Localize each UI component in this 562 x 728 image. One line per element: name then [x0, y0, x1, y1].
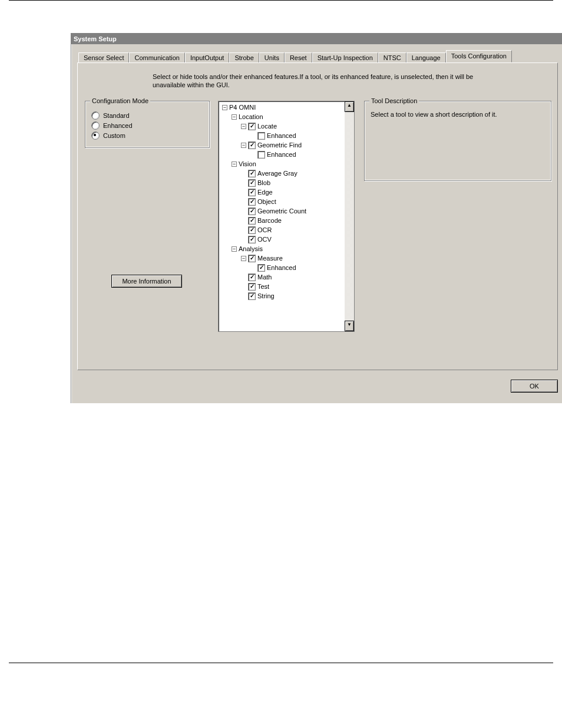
tree-barcode-label: Barcode — [257, 217, 282, 224]
dialog-button-bar: OK — [77, 370, 558, 398]
tab-communication[interactable]: Communication — [129, 52, 184, 63]
tabstrip: Sensor Select Communication InputOutput … — [78, 50, 558, 62]
tree-locate-enhanced[interactable]: Enhanced — [250, 131, 343, 140]
tree-geometric-find-label: Geometric Find — [257, 141, 302, 149]
tree-average-gray[interactable]: ✓Average Gray — [241, 169, 343, 178]
tree-object[interactable]: ✓Object — [241, 197, 343, 206]
radio-enhanced-indicator — [91, 121, 100, 130]
tree-locate[interactable]: − ✓ Locate — [241, 121, 343, 140]
configuration-mode-legend: Configuration Mode — [90, 97, 150, 104]
tree-measure-label: Measure — [257, 255, 283, 262]
radio-custom-label: Custom — [103, 132, 125, 139]
radio-standard[interactable]: Standard — [91, 111, 203, 120]
expand-icon[interactable]: − — [232, 162, 237, 167]
checkbox-icon[interactable]: ✓ — [248, 283, 256, 291]
checkbox-icon[interactable]: ✓ — [248, 141, 256, 149]
tab-units[interactable]: Units — [259, 52, 285, 63]
tree-analysis[interactable]: − Analysis − ✓ — [232, 244, 343, 301]
checkbox-icon[interactable]: ✓ — [248, 179, 256, 187]
checkbox-icon[interactable]: ✓ — [248, 198, 256, 206]
tree-analysis-label: Analysis — [239, 245, 263, 252]
checkbox-icon[interactable]: ✓ — [248, 226, 256, 234]
expand-icon[interactable]: − — [241, 143, 246, 148]
tree-root[interactable]: − P4 OMNI − Location — [222, 103, 343, 301]
tool-description-legend: Tool Description — [369, 97, 419, 104]
tab-reset[interactable]: Reset — [285, 52, 312, 63]
tree-location[interactable]: − Location − ✓ — [232, 112, 343, 159]
client-area: Sensor Select Communication InputOutput … — [71, 44, 562, 403]
more-information-button[interactable]: More Information — [111, 275, 182, 288]
checkbox-icon[interactable]: ✓ — [248, 292, 256, 300]
tab-language[interactable]: Language — [406, 52, 446, 63]
checkbox-icon[interactable]: ✓ — [248, 123, 256, 130]
tree-ocr[interactable]: ✓OCR — [241, 225, 343, 235]
tree-root-label: P4 OMNI — [229, 104, 256, 111]
configuration-mode-group: Configuration Mode Standard Enhanced Cus… — [85, 101, 210, 148]
page-bottom-rule — [9, 663, 553, 663]
tree-barcode[interactable]: ✓Barcode — [241, 216, 343, 225]
tree-ocv[interactable]: ✓OCV — [241, 235, 343, 244]
scroll-up-button[interactable]: ▲ — [345, 101, 354, 112]
checkbox-icon[interactable]: ✓ — [248, 207, 256, 215]
tree-geometric-count-label: Geometric Count — [257, 207, 306, 215]
checkbox-icon[interactable]: ✓ — [248, 236, 256, 243]
window-title: System Setup — [71, 34, 562, 44]
tab-tools-configuration[interactable]: Tools Configuration — [446, 50, 512, 62]
tab-inputoutput[interactable]: InputOutput — [185, 52, 230, 63]
left-column: Configuration Mode Standard Enhanced Cus… — [85, 101, 209, 288]
expand-icon[interactable]: − — [232, 246, 237, 252]
radio-custom[interactable]: Custom — [91, 131, 203, 140]
tree-vision[interactable]: − Vision ✓Average Gray ✓Blob ✓Edge ✓Obje… — [232, 159, 343, 244]
checkbox-icon[interactable]: ✓ — [248, 274, 256, 281]
scroll-track[interactable] — [345, 112, 354, 321]
scroll-down-button[interactable]: ▼ — [345, 321, 354, 331]
checkbox-icon[interactable] — [257, 151, 265, 159]
tree-vision-label: Vision — [239, 160, 256, 167]
tree-average-gray-label: Average Gray — [257, 170, 297, 177]
expand-icon[interactable]: − — [241, 256, 246, 261]
tree-geometric-find-enhanced-label: Enhanced — [267, 151, 296, 158]
radio-enhanced[interactable]: Enhanced — [91, 121, 203, 130]
tree-viewport: − P4 OMNI − Location — [219, 101, 345, 331]
tree-measure-enhanced-label: Enhanced — [267, 264, 296, 271]
checkbox-icon[interactable]: ✓ — [248, 255, 256, 262]
tree-location-label: Location — [239, 113, 263, 120]
radio-enhanced-label: Enhanced — [103, 122, 133, 129]
tree-test-label: Test — [257, 283, 269, 290]
tree-measure[interactable]: − ✓ Measure ✓Enhanced — [241, 253, 343, 272]
tree-edge[interactable]: ✓Edge — [241, 187, 343, 197]
checkbox-icon[interactable]: ✓ — [248, 189, 256, 196]
tree-scrollbar[interactable]: ▲ ▼ — [345, 101, 354, 331]
expand-icon[interactable]: − — [232, 114, 237, 120]
checkbox-icon[interactable]: ✓ — [257, 264, 265, 272]
tree-math[interactable]: ✓Math — [241, 272, 343, 282]
tool-description-group: Tool Description Select a tool to view a… — [364, 101, 551, 181]
expand-icon[interactable]: − — [222, 105, 227, 110]
checkbox-icon[interactable] — [257, 132, 265, 140]
tab-sensor-select[interactable]: Sensor Select — [78, 52, 129, 63]
tab-strobe[interactable]: Strobe — [229, 52, 259, 63]
ok-button[interactable]: OK — [511, 380, 558, 393]
radio-standard-label: Standard — [103, 112, 130, 119]
checkbox-icon[interactable]: ✓ — [248, 170, 256, 177]
tree-object-label: Object — [257, 198, 276, 205]
instructions-text: Select or hide tools and/or their enhanc… — [153, 73, 482, 89]
expand-icon[interactable]: − — [241, 124, 246, 129]
radio-custom-indicator — [91, 131, 100, 140]
tab-ntsc[interactable]: NTSC — [378, 52, 406, 63]
checkbox-icon[interactable]: ✓ — [248, 217, 256, 225]
tree-geometric-count[interactable]: ✓Geometric Count — [241, 206, 343, 216]
tree-test[interactable]: ✓Test — [241, 282, 343, 291]
tree-blob-label: Blob — [257, 179, 270, 186]
tree-geometric-find-enhanced[interactable]: Enhanced — [250, 150, 343, 159]
radio-standard-indicator — [91, 111, 100, 120]
tree-measure-enhanced[interactable]: ✓Enhanced — [250, 263, 343, 272]
tab-startup-inspection[interactable]: Start-Up Inspection — [312, 52, 378, 63]
system-setup-window: System Setup Sensor Select Communication… — [71, 33, 562, 403]
tree-ocv-label: OCV — [257, 236, 272, 243]
tree-locate-enhanced-label: Enhanced — [267, 132, 296, 139]
tree-string[interactable]: ✓String — [241, 291, 343, 301]
tree-blob[interactable]: ✓Blob — [241, 178, 343, 187]
tree-string-label: String — [257, 292, 275, 299]
tree-geometric-find[interactable]: − ✓ Geometric Find — [241, 140, 343, 159]
